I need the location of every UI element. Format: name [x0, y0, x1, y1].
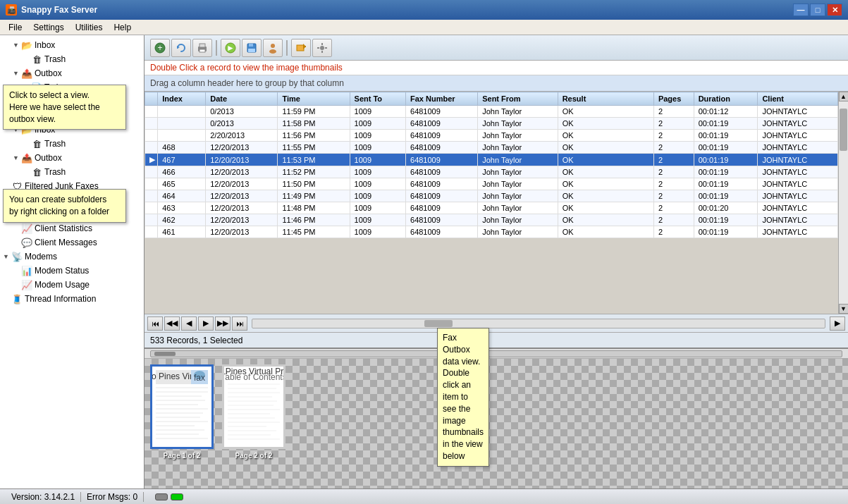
- nav-prev-btn[interactable]: ◀: [181, 316, 197, 331]
- svg-text:Table of Contents: Table of Contents: [224, 372, 283, 382]
- cell-index: 464: [158, 190, 206, 202]
- cell-pages: 2: [653, 178, 694, 190]
- row-arrow: ▶: [145, 154, 158, 166]
- toolbar-export-btn[interactable]: [291, 39, 311, 57]
- thumb-item-page1[interactable]: Two Pines Virtual: [150, 364, 214, 460]
- sidebar-item-archived-outbox[interactable]: ▼ 📤 Outbox: [0, 151, 144, 165]
- nav-first-btn[interactable]: ⏮: [147, 316, 163, 331]
- nav-prev-prev-btn[interactable]: ◀◀: [164, 316, 180, 331]
- thumb-page2-image: Two Pines Virtual Printer Table of Conte…: [222, 364, 285, 449]
- row-arrow: [145, 226, 158, 238]
- nav-last-btn[interactable]: ⏭: [232, 316, 247, 331]
- scroll-up-btn[interactable]: ▲: [839, 92, 849, 102]
- thumb-scroll-top[interactable]: [145, 349, 848, 359]
- menu-settings[interactable]: Settings: [27, 21, 69, 34]
- table-row[interactable]: 0/201311:58 PM10096481009John TaylorOK20…: [145, 118, 838, 130]
- cell-fax_number: 6481009: [406, 202, 478, 214]
- table-row[interactable]: 46412/20/201311:49 PM10096481009John Tay…: [145, 190, 838, 202]
- scroll-track[interactable]: [839, 102, 848, 304]
- col-pages[interactable]: Pages: [653, 92, 694, 106]
- maximize-button[interactable]: □: [810, 4, 825, 16]
- sidebar-item-archived-trash2[interactable]: 🗑 Trash: [0, 165, 144, 179]
- cell-result: OK: [558, 106, 653, 118]
- sidebar-item-client-messages[interactable]: 💬 Client Messages: [0, 235, 144, 250]
- cell-client: JOHNTAYLC: [758, 202, 838, 214]
- menu-file[interactable]: File: [3, 21, 27, 34]
- table-row[interactable]: 46212/20/201311:46 PM10096481009John Tay…: [145, 214, 838, 226]
- nav-next-btn[interactable]: ▶: [198, 316, 214, 331]
- table-row[interactable]: 46112/20/201311:45 PM10096481009John Tay…: [145, 226, 838, 238]
- records-count: 533 Records, 1 Selected: [150, 336, 242, 345]
- col-sent-from[interactable]: Sent From: [478, 92, 558, 106]
- cell-client: JOHNTAYLC: [758, 178, 838, 190]
- app-title: Snappy Fax Server: [21, 5, 97, 15]
- col-sent-to[interactable]: Sent To: [350, 92, 405, 106]
- col-time[interactable]: Time: [278, 92, 350, 106]
- sidebar-item-outbox[interactable]: ▼ 📤 Outbox: [0, 66, 144, 80]
- table-row[interactable]: 46612/20/201311:52 PM10096481009John Tay…: [145, 166, 838, 178]
- sidebar-item-thread-info[interactable]: 🧵 Thread Information: [0, 292, 144, 306]
- toolbar-send-btn[interactable]: ►: [221, 39, 240, 57]
- cell-sent_from: John Taylor: [478, 202, 558, 214]
- close-button[interactable]: ✕: [827, 4, 842, 16]
- toolbar-settings-btn[interactable]: [312, 39, 332, 57]
- table-row[interactable]: 46812/20/201311:55 PM10096481009John Tay…: [145, 142, 838, 154]
- cell-date: 12/20/2013: [206, 178, 278, 190]
- col-date[interactable]: Date: [206, 92, 278, 106]
- table-row[interactable]: 2/20/201311:56 PM10096481009John TaylorO…: [145, 130, 838, 142]
- cell-time: 11:58 PM: [278, 118, 350, 130]
- cell-time: 11:48 PM: [278, 202, 350, 214]
- col-duration[interactable]: Duration: [694, 92, 758, 106]
- sidebar-item-modems[interactable]: ▼ 📡 Modems: [0, 250, 144, 264]
- nav-next-next-btn[interactable]: ▶▶: [215, 316, 231, 331]
- col-result[interactable]: Result: [558, 92, 653, 106]
- cell-pages: 2: [653, 142, 694, 154]
- sidebar-item-modem-usage[interactable]: 📈 Modem Usage: [0, 278, 144, 292]
- col-fax-number[interactable]: Fax Number: [406, 92, 478, 106]
- horizontal-scrollbar[interactable]: [252, 319, 825, 328]
- records-bar: 533 Records, 1 Selected: [145, 332, 848, 348]
- sidebar-item-modem-status[interactable]: 📊 Modem Status: [0, 264, 144, 278]
- cell-pages: 2: [653, 130, 694, 142]
- toolbar-refresh-btn[interactable]: [171, 39, 191, 57]
- cell-fax_number: 6481009: [406, 154, 478, 166]
- sidebar-item-trash1[interactable]: 🗑 Trash: [0, 52, 144, 66]
- thumb-scroll-bar[interactable]: [150, 350, 842, 357]
- menu-utilities[interactable]: Utilities: [70, 21, 109, 34]
- table-row[interactable]: 46512/20/201311:50 PM10096481009John Tay…: [145, 178, 838, 190]
- thumb-item-page2[interactable]: Two Pines Virtual Printer Table of Conte…: [222, 364, 285, 460]
- thumb-page1-image: Two Pines Virtual: [150, 364, 214, 449]
- led-green: [171, 493, 183, 500]
- table-row[interactable]: ▶46712/20/201311:53 PM10096481009John Ta…: [145, 154, 838, 166]
- data-grid[interactable]: Index Date Time Sent To Fax Number Sent …: [145, 92, 838, 314]
- table-row[interactable]: 0/201311:59 PM10096481009John TaylorOK20…: [145, 106, 838, 118]
- row-arrow: [145, 190, 158, 202]
- group-bar[interactable]: Drag a column header here to group by th…: [145, 75, 848, 92]
- col-client[interactable]: Client: [758, 92, 838, 106]
- toolbar-user-btn[interactable]: [263, 39, 283, 57]
- scroll-down-btn[interactable]: ▼: [839, 304, 849, 314]
- tooltip-subfolder: You can create subfolders by right click…: [3, 189, 126, 223]
- sidebar-item-archived-trash[interactable]: 🗑 Trash: [0, 137, 144, 151]
- expand-icon: [23, 140, 30, 147]
- right-scrollbar[interactable]: ▲ ▼: [838, 92, 848, 314]
- col-index[interactable]: Index: [158, 92, 206, 106]
- expand-icon: ▼: [13, 70, 20, 77]
- menu-help[interactable]: Help: [108, 21, 137, 34]
- cell-sent_to: 1009: [350, 166, 405, 178]
- h-scroll-thumb: [424, 320, 453, 327]
- table-row[interactable]: 46312/20/201311:48 PM10096481009John Tay…: [145, 202, 838, 214]
- titlebar: 📠 Snappy Fax Server — □ ✕: [0, 0, 848, 20]
- toolbar-add-btn[interactable]: +: [150, 39, 170, 57]
- sidebar-item-inbox[interactable]: ▼ 📂 Inbox: [0, 38, 144, 52]
- toolbar-save-btn[interactable]: [242, 39, 262, 57]
- row-arrow: [145, 118, 158, 130]
- cell-fax_number: 6481009: [406, 166, 478, 178]
- cell-date: 12/20/2013: [206, 202, 278, 214]
- inbox-icon: 📂: [21, 39, 32, 51]
- nav-scroll-right-btn[interactable]: ▶: [830, 316, 845, 331]
- toolbar-print-btn[interactable]: [192, 39, 212, 57]
- sidebar-item-client-stats[interactable]: 📈 Client Statistics: [0, 221, 144, 235]
- cell-index: 467: [158, 154, 206, 166]
- minimize-button[interactable]: —: [793, 4, 809, 16]
